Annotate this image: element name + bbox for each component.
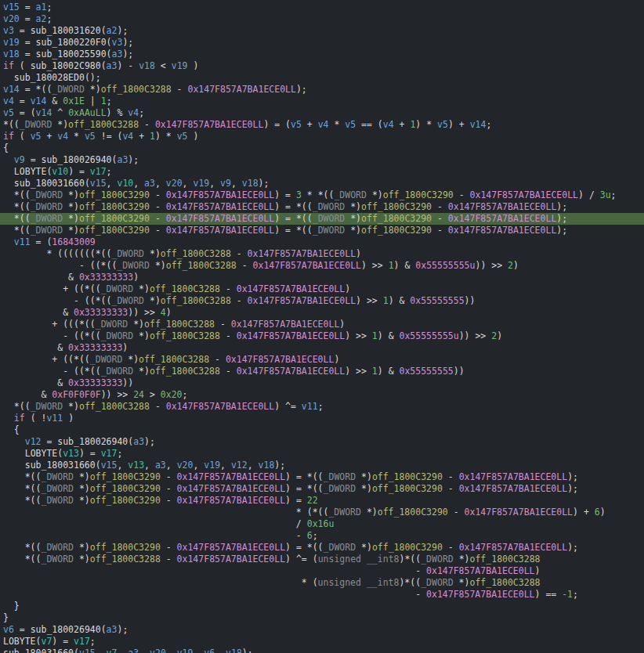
code-line[interactable]: *((_DWORD *)off_1800C3288 - 0x147F857A7B… [3, 554, 644, 565]
offset-token[interactable]: off_1800C3288 [150, 330, 220, 341]
offset-token[interactable]: off_1800C3288 [469, 577, 540, 588]
number-token[interactable]: 0x147F857A7BA1ECE0LL [248, 248, 356, 259]
type-token[interactable]: _DWORD [101, 366, 134, 377]
variable-token[interactable]: v17 [90, 166, 107, 177]
variable-token[interactable]: v19 [172, 60, 188, 71]
variable-token[interactable]: v4 [122, 131, 133, 142]
code-line[interactable]: + ((*((_DWORD *)off_1800C3288 - 0x147F85… [3, 354, 644, 366]
type-token[interactable]: _DWORD [52, 84, 85, 95]
number-token[interactable]: 0x147F857A7BA1ECE0LL [155, 119, 263, 130]
variable-token[interactable]: v5 [3, 107, 14, 118]
number-token[interactable]: 16843009 [52, 236, 95, 247]
variable-token[interactable]: v15 [90, 178, 107, 189]
code-line[interactable]: v19 = sub_1800220F0(v3); [3, 37, 644, 49]
variable-token[interactable]: v6 [3, 624, 14, 635]
code-line[interactable]: v9 = sub_180026940(a3); [3, 154, 644, 166]
variable-token[interactable]: v7 [107, 648, 118, 653]
number-token[interactable]: 0x33333333 [68, 342, 122, 353]
number-token[interactable]: 0x147F857A7BA1ECE0LL [459, 542, 567, 553]
function-token[interactable]: sub_1800220F0 [36, 37, 107, 48]
type-token[interactable]: _DWORD [96, 319, 128, 330]
offset-token[interactable]: off_1800C3290 [378, 507, 448, 518]
function-token[interactable]: sub_180031620 [31, 25, 101, 36]
number-token[interactable]: 0x147F857A7BA1ECE0LL [459, 471, 567, 482]
number-token[interactable]: 0x147F857A7BA1ECE0LL [166, 201, 274, 212]
number-token[interactable]: 0x147F857A7BA1ECE0LL [465, 507, 573, 518]
variable-token[interactable]: v11 [302, 401, 318, 412]
number-token[interactable]: 0x16u [307, 518, 335, 529]
number-token[interactable]: 0x147F857A7BA1ECE0LL [166, 225, 274, 236]
variable-token[interactable]: v4 [318, 119, 329, 130]
variable-token[interactable]: v14 [36, 107, 52, 118]
type-token[interactable]: _DWORD [31, 213, 63, 224]
number-token[interactable]: 0x147F857A7BA1ECE0LL [166, 213, 274, 224]
number-token[interactable]: 0x33333333 [79, 272, 133, 283]
function-token[interactable]: sub_180026940 [42, 154, 112, 165]
number-token[interactable]: 0x33333333 [74, 307, 128, 318]
number-token[interactable]: 22 [307, 495, 318, 506]
code-line[interactable]: - 6; [3, 530, 644, 542]
code-line[interactable]: & 0x33333333)) >> 4) [3, 307, 644, 319]
number-token[interactable]: 0x147F857A7BA1ECE0LL [226, 354, 334, 365]
code-line[interactable]: *((_DWORD *)off_1800C3290 - 0x147F857A7B… [3, 483, 644, 495]
variable-token[interactable]: v20 [177, 460, 194, 471]
type-token[interactable]: _DWORD [20, 119, 52, 130]
pseudocode-pane[interactable]: v15 = a1;v20 = a2;v3 = sub_180031620(a2)… [0, 0, 644, 653]
code-line[interactable]: & 0x33333333) [3, 272, 644, 283]
variable-token[interactable]: v11 [14, 236, 31, 247]
offset-token[interactable]: off_1800C3288 [470, 554, 541, 565]
code-line[interactable]: - ((*((_DWORD *)off_1800C3288 - 0x147F85… [3, 295, 644, 307]
number-token[interactable]: 3u [600, 189, 611, 200]
offset-token[interactable]: off_1800C3290 [90, 495, 161, 506]
variable-token[interactable]: v20 [150, 648, 166, 653]
variable-token[interactable]: v14 [470, 119, 487, 130]
number-token[interactable]: 0x147F857A7BA1ECE0LL [459, 483, 567, 494]
type-token[interactable]: _DWORD [334, 189, 367, 200]
code-line[interactable]: if ( sub_18002C980(a3) - v18 < v19 ) [3, 60, 644, 72]
code-line[interactable]: - ((*((_DWORD *)off_1800C3288 - 0x147F85… [3, 330, 644, 342]
offset-token[interactable]: off_1800C3290 [361, 225, 432, 236]
variable-token[interactable]: v4 [3, 96, 14, 106]
offset-token[interactable]: off_1800C3290 [90, 471, 161, 482]
number-token[interactable]: 0x147F857A7BA1ECE0LL [426, 589, 534, 600]
code-line[interactable]: / 0x16u [3, 518, 644, 530]
code-line[interactable]: v6 = sub_180026940(a3); [3, 624, 644, 636]
type-token[interactable]: _DWORD [41, 483, 74, 494]
variable-token[interactable]: v9 [14, 154, 25, 165]
type-token[interactable]: _DWORD [313, 213, 346, 224]
variable-token[interactable]: v3 [112, 37, 123, 48]
type-token[interactable]: _DWORD [31, 201, 63, 212]
code-line[interactable]: - ((*((_DWORD *)off_1800C3288 - 0x147F85… [3, 260, 644, 272]
variable-token[interactable]: v11 [46, 413, 63, 424]
code-line[interactable]: *((_DWORD *)off_1800C3290 - 0x147F857A7B… [3, 495, 644, 507]
variable-token[interactable]: a1 [36, 2, 47, 13]
code-line[interactable]: v18 = sub_180025590(a3); [3, 49, 644, 60]
variable-token[interactable]: v14 [3, 84, 20, 95]
variable-token[interactable]: v18 [226, 648, 242, 653]
number-token[interactable]: 0x147F857A7BA1ECE0LL [237, 366, 345, 377]
variable-token[interactable]: v5 [85, 131, 96, 142]
offset-token[interactable]: off_1800C3290 [383, 189, 454, 200]
number-token[interactable]: 0x147F857A7BA1ECE0LL [177, 554, 285, 565]
offset-token[interactable]: off_1800C3290 [79, 189, 150, 200]
number-token[interactable]: 4 [161, 307, 166, 318]
code-line[interactable]: & 0x33333333)) [3, 377, 644, 389]
type-token[interactable]: _DWORD [90, 354, 123, 365]
code-line[interactable]: v14 = *((_DWORD *)off_1800C3288 - 0x147F… [3, 84, 644, 96]
variable-token[interactable]: a3 [128, 648, 139, 653]
variable-token[interactable]: v3 [3, 25, 14, 36]
offset-token[interactable]: off_1800C3288 [101, 84, 172, 95]
code-line[interactable]: *((_DWORD *)off_1800C3290 - 0x147F857A7B… [3, 471, 644, 483]
variable-token[interactable]: v20 [3, 13, 20, 24]
offset-token[interactable]: off_1800C3288 [144, 319, 215, 330]
code-line[interactable]: *((_DWORD *)off_1800C3290 - 0x147F857A7B… [3, 225, 644, 236]
code-line[interactable]: } [3, 601, 644, 612]
number-token[interactable]: 0x147F857A7BA1ECE0LL [426, 565, 534, 576]
number-token[interactable]: 0x147F857A7BA1ECE0LL [448, 213, 556, 224]
type-token[interactable]: _DWORD [324, 471, 356, 482]
number-token[interactable]: 24 [133, 389, 144, 400]
function-token[interactable]: sub_180031660 [3, 648, 74, 653]
type-token[interactable]: unsigned __int8 [318, 554, 400, 565]
variable-token[interactable]: v14 [31, 96, 47, 106]
offset-token[interactable]: off_1800C3288 [150, 366, 220, 377]
